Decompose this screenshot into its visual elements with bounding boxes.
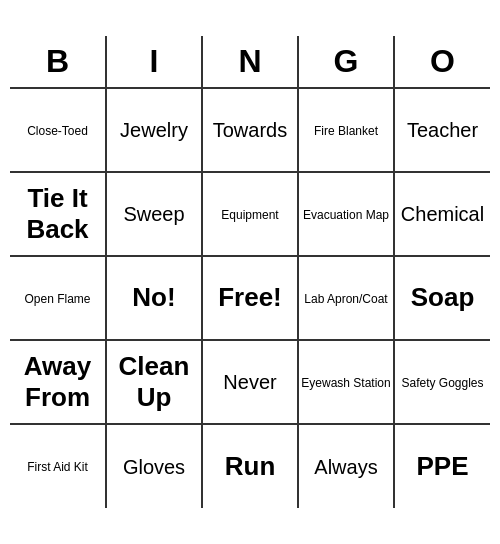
table-row: First Aid KitGlovesRunAlwaysPPE	[10, 424, 490, 508]
cell-r4-c1: Gloves	[106, 424, 202, 508]
cell-r3-c2: Never	[202, 340, 298, 424]
table-row: Tie It BackSweepEquipmentEvacuation MapC…	[10, 172, 490, 256]
header-B: B	[10, 36, 106, 88]
cell-r1-c2: Equipment	[202, 172, 298, 256]
cell-text-r2-c3: Lab Apron/Coat	[304, 292, 387, 306]
cell-text-r0-c4: Teacher	[407, 119, 478, 141]
cell-text-r2-c4: Soap	[411, 282, 475, 312]
cell-text-r2-c0: Open Flame	[24, 292, 90, 306]
cell-r3-c0: Away From	[10, 340, 106, 424]
cell-r1-c4: Chemical	[394, 172, 490, 256]
cell-r2-c4: Soap	[394, 256, 490, 340]
cell-text-r1-c0: Tie It Back	[26, 183, 88, 244]
table-row: Away FromClean UpNeverEyewash StationSaf…	[10, 340, 490, 424]
cell-text-r0-c1: Jewelry	[120, 119, 188, 141]
cell-r4-c0: First Aid Kit	[10, 424, 106, 508]
cell-text-r3-c0: Away From	[24, 351, 91, 412]
cell-r3-c3: Eyewash Station	[298, 340, 394, 424]
header-I: I	[106, 36, 202, 88]
cell-r1-c1: Sweep	[106, 172, 202, 256]
cell-text-r1-c4: Chemical	[401, 203, 484, 225]
cell-r4-c4: PPE	[394, 424, 490, 508]
cell-r0-c1: Jewelry	[106, 88, 202, 172]
header-O: O	[394, 36, 490, 88]
table-row: Open FlameNo!Free!Lab Apron/CoatSoap	[10, 256, 490, 340]
cell-r0-c3: Fire Blanket	[298, 88, 394, 172]
cell-text-r4-c4: PPE	[416, 451, 468, 481]
cell-text-r4-c3: Always	[314, 456, 377, 478]
cell-text-r0-c3: Fire Blanket	[314, 124, 378, 138]
cell-r1-c0: Tie It Back	[10, 172, 106, 256]
cell-text-r3-c3: Eyewash Station	[301, 376, 390, 390]
cell-r0-c4: Teacher	[394, 88, 490, 172]
cell-r2-c0: Open Flame	[10, 256, 106, 340]
header-G: G	[298, 36, 394, 88]
cell-r4-c2: Run	[202, 424, 298, 508]
cell-r2-c1: No!	[106, 256, 202, 340]
cell-text-r3-c4: Safety Goggles	[401, 376, 483, 390]
cell-text-r1-c1: Sweep	[123, 203, 184, 225]
cell-r1-c3: Evacuation Map	[298, 172, 394, 256]
cell-text-r2-c2: Free!	[218, 282, 282, 312]
cell-r0-c0: Close-Toed	[10, 88, 106, 172]
cell-r4-c3: Always	[298, 424, 394, 508]
cell-text-r3-c1: Clean Up	[119, 351, 190, 412]
cell-text-r4-c0: First Aid Kit	[27, 460, 88, 474]
table-row: Close-ToedJewelryTowardsFire BlanketTeac…	[10, 88, 490, 172]
cell-text-r4-c1: Gloves	[123, 456, 185, 478]
cell-r0-c2: Towards	[202, 88, 298, 172]
cell-text-r4-c2: Run	[225, 451, 276, 481]
cell-text-r1-c2: Equipment	[221, 208, 278, 222]
cell-text-r0-c0: Close-Toed	[27, 124, 88, 138]
cell-text-r3-c2: Never	[223, 371, 276, 393]
bingo-card: BINGO Close-ToedJewelryTowardsFire Blank…	[10, 36, 490, 508]
cell-text-r2-c1: No!	[132, 282, 175, 312]
cell-r2-c3: Lab Apron/Coat	[298, 256, 394, 340]
cell-text-r0-c2: Towards	[213, 119, 287, 141]
cell-r3-c4: Safety Goggles	[394, 340, 490, 424]
header-N: N	[202, 36, 298, 88]
cell-r3-c1: Clean Up	[106, 340, 202, 424]
cell-r2-c2: Free!	[202, 256, 298, 340]
cell-text-r1-c3: Evacuation Map	[303, 208, 389, 222]
